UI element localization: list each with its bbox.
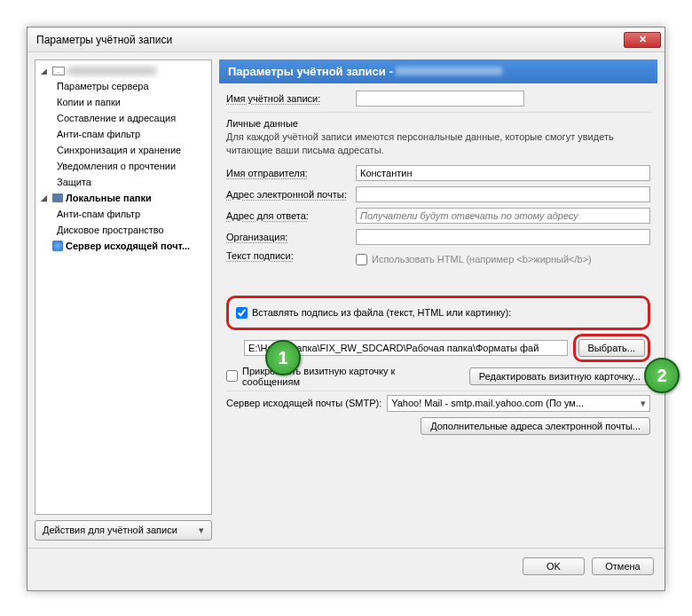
tree-item-diskspace[interactable]: Дисковое пространство — [37, 222, 209, 238]
row-sender-name: Имя отправителя: — [226, 165, 650, 181]
smtp-selected-value: Yahoo! Mail - smtp.mail.yahoo.com (По ум… — [391, 398, 584, 408]
main-panel: Параметры учётной записи - Имя учётной з… — [219, 59, 657, 541]
org-input[interactable] — [356, 229, 650, 245]
row-smtp: Сервер исходящей почты (SMTP): Yahoo! Ma… — [226, 395, 650, 412]
globe-icon — [52, 241, 63, 251]
tree-item-composition[interactable]: Составление и адресация — [37, 110, 209, 126]
account-name-label: Имя учётной записи: — [226, 93, 350, 104]
local-folders-label: Локальные папки — [66, 193, 152, 203]
sidebar: ◢ Параметры сервера Копии и папки Состав… — [35, 59, 212, 541]
vcard-checkbox[interactable] — [226, 370, 238, 382]
tree-item-receipts[interactable]: Уведомления о прочтении — [37, 158, 209, 174]
highlight-choose-button: Выбрать... — [573, 334, 650, 362]
tree-item-security[interactable]: Защита — [37, 174, 209, 190]
form-area: Имя учётной записи: Личные данные Для ка… — [219, 83, 657, 541]
reply-input[interactable] — [356, 208, 650, 224]
tree-item-antispam[interactable]: Анти-спам фильтр — [37, 126, 209, 142]
account-settings-dialog: Параметры учётной записи ✕ ◢ Параметры с… — [27, 27, 665, 591]
mail-icon — [52, 67, 65, 75]
tree-outgoing-server[interactable]: Сервер исходящей почт... — [37, 238, 209, 254]
close-icon: ✕ — [639, 34, 647, 45]
window-title: Параметры учётной записи — [36, 34, 624, 46]
smtp-label: Сервер исходящей почты (SMTP): — [226, 398, 381, 408]
banner-account — [396, 67, 502, 75]
accounts-tree: ◢ Параметры сервера Копии и папки Состав… — [35, 59, 212, 515]
cancel-button[interactable]: Отмена — [592, 557, 654, 575]
section-banner: Параметры учётной записи - — [219, 59, 657, 83]
titlebar: Параметры учётной записи ✕ — [28, 28, 664, 52]
collapse-icon[interactable]: ◢ — [41, 193, 50, 202]
callout-1: 1 — [265, 340, 301, 375]
row-email: Адрес электронной почты: — [226, 186, 650, 202]
row-signature: Текст подписи: Использовать HTML (наприм… — [226, 250, 650, 269]
insert-sig-checkbox[interactable] — [236, 307, 248, 319]
highlight-insert-signature: Вставлять подпись из файла (текст, HTML … — [226, 296, 650, 330]
tree-item-server-params[interactable]: Параметры сервера — [37, 78, 209, 94]
extra-addresses-button[interactable]: Дополнительные адреса электронной почты.… — [421, 417, 650, 435]
account-actions-button[interactable]: Действия для учётной записи — [35, 520, 212, 541]
sender-name-input[interactable] — [356, 165, 650, 181]
ok-button[interactable]: OK — [523, 557, 585, 575]
tree-item-copies[interactable]: Копии и папки — [37, 94, 209, 110]
account-name-input[interactable] — [356, 91, 524, 107]
tree-item-local-antispam[interactable]: Анти-спам фильтр — [37, 206, 209, 222]
callout-2: 2 — [644, 358, 680, 393]
tree-local-folders[interactable]: ◢ Локальные папки — [37, 190, 209, 206]
tree-account-root[interactable]: ◢ — [37, 64, 209, 78]
row-extra: Дополнительные адреса электронной почты.… — [226, 417, 650, 435]
personal-data-desc: Для каждой учётной записи имеются персон… — [226, 130, 650, 158]
sidebar-footer: Действия для учётной записи — [35, 520, 212, 541]
insert-sig-label: Вставлять подпись из файла (текст, HTML … — [252, 307, 641, 318]
row-reply: Адрес для ответа: — [226, 208, 650, 224]
reply-label: Адрес для ответа: — [226, 210, 350, 221]
smtp-server-select[interactable]: Yahoo! Mail - smtp.mail.yahoo.com (По ум… — [387, 395, 650, 412]
personal-data-title: Личные данные — [226, 118, 650, 129]
tree-item-sync[interactable]: Синхронизация и хранение — [37, 142, 209, 158]
folder-icon — [52, 193, 63, 202]
signature-label: Текст подписи: — [226, 250, 350, 261]
use-html-row: Использовать HTML (например <b>жирный</b… — [356, 254, 650, 265]
sender-name-label: Имя отправителя: — [226, 168, 350, 178]
collapse-icon[interactable]: ◢ — [41, 67, 50, 75]
banner-text: Параметры учётной записи - — [228, 65, 396, 78]
email-input[interactable] — [356, 186, 650, 202]
dialog-footer: OK Отмена — [28, 548, 664, 583]
org-label: Организация: — [226, 232, 350, 242]
file-path-row: Выбрать... — [244, 334, 650, 362]
row-account-name: Имя учётной записи: — [226, 91, 650, 107]
email-label: Адрес электронной почты: — [226, 189, 350, 200]
choose-file-button[interactable]: Выбрать... — [578, 339, 645, 357]
edit-vcard-button[interactable]: Редактировать визитную карточку... — [469, 367, 650, 385]
row-org: Организация: — [226, 229, 650, 245]
use-html-checkbox[interactable] — [356, 254, 367, 265]
use-html-label: Использовать HTML (например <b>жирный</b… — [372, 254, 650, 265]
account-root-label — [67, 67, 156, 75]
dialog-content: ◢ Параметры сервера Копии и папки Состав… — [28, 52, 664, 548]
insert-sig-row: Вставлять подпись из файла (текст, HTML … — [236, 307, 641, 319]
outgoing-server-label: Сервер исходящей почт... — [66, 241, 190, 251]
close-button[interactable]: ✕ — [624, 32, 661, 48]
